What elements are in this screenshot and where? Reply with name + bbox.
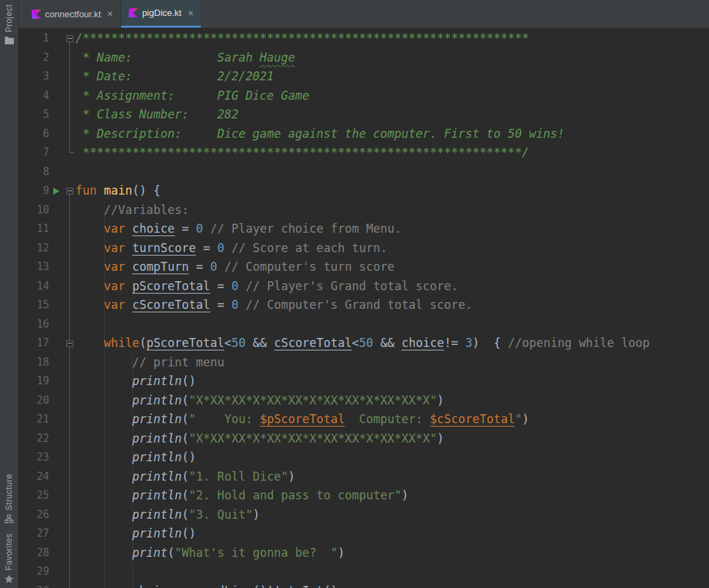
code-token xyxy=(75,355,132,369)
code-token: 0 xyxy=(210,260,217,274)
code-line[interactable]: 9fun main() { xyxy=(19,181,709,201)
editor[interactable]: 1/**************************************… xyxy=(19,28,709,588)
fold-end-icon[interactable] xyxy=(69,143,74,153)
stripe-button-structure[interactable]: Structure xyxy=(4,474,14,524)
code-line[interactable]: 8 xyxy=(19,163,709,182)
fold-slot xyxy=(64,467,75,487)
code-line[interactable]: 12 var turnScore = 0 // Score at each tu… xyxy=(19,239,709,258)
code-line[interactable]: 16 xyxy=(19,315,709,335)
code-line[interactable]: 27 println() xyxy=(19,524,709,544)
code-line[interactable]: 25 println("2. Hold and pass to computer… xyxy=(19,486,709,506)
stripe-button-favorites[interactable]: Favorites xyxy=(4,533,14,584)
code-line[interactable]: 1/**************************************… xyxy=(19,29,709,48)
code-token xyxy=(75,374,132,388)
code-token: while xyxy=(104,336,139,350)
tab-label: connectfour.kt xyxy=(45,9,101,19)
run-icon[interactable] xyxy=(53,188,60,195)
code-line[interactable]: 4 * Assignment: PIG Dice Game xyxy=(19,87,709,106)
fold-icon[interactable] xyxy=(66,340,73,347)
code-line[interactable]: 20 println("X*XX*XX*X*XX*XX*X*XX*XX*X*XX… xyxy=(19,391,709,411)
fold-slot xyxy=(64,125,75,144)
code-token: * Assignment: PIG Dice Game xyxy=(75,89,309,103)
code-line[interactable]: 29 xyxy=(19,562,709,582)
code-token: 50 xyxy=(231,336,245,350)
gutter-icon-slot xyxy=(49,582,64,588)
project-stripe-label: Project xyxy=(4,4,14,33)
gutter-icon-slot xyxy=(49,239,64,258)
code-text: // print menu xyxy=(75,353,224,373)
code-line[interactable]: 19 println() xyxy=(19,372,709,391)
code-token: print xyxy=(132,546,168,560)
code-token: () xyxy=(182,526,196,540)
code-line[interactable]: 24 println("1. Roll Dice") xyxy=(19,467,709,487)
code-line[interactable]: 2 * Name: Sarah Hauge xyxy=(19,48,709,68)
line-number: 16 xyxy=(19,315,49,335)
code-token: = xyxy=(174,222,196,235)
gutter-icon-slot xyxy=(49,105,64,125)
code-line[interactable]: 11 var choice = 0 // Player choice from … xyxy=(19,220,709,239)
code-token: ( xyxy=(182,470,189,483)
stripe-button-project[interactable]: Project xyxy=(4,4,15,45)
gutter-icon-slot xyxy=(49,87,64,106)
code-text: var cScoreTotal = 0 // Computer's Grand … xyxy=(75,296,472,315)
code-token: && xyxy=(246,336,274,350)
fold-slot xyxy=(64,87,75,106)
gutter-icon-slot xyxy=(49,544,64,563)
code-line[interactable]: 23 println() xyxy=(19,448,709,467)
code-token: var xyxy=(104,260,132,274)
fold-slot xyxy=(64,105,75,125)
code-line[interactable]: 6 * Description: Dice game against the c… xyxy=(19,125,709,144)
code-token xyxy=(217,260,224,274)
close-icon[interactable]: × xyxy=(188,8,193,18)
code-line[interactable]: 13 var compTurn = 0 // Computer's turn s… xyxy=(19,258,709,277)
code-token: // Score at each turn. xyxy=(231,241,387,255)
kotlin-file-icon xyxy=(32,10,41,19)
gutter-icon-slot xyxy=(49,410,64,429)
favorites-stripe-label: Favorites xyxy=(4,533,14,571)
tab-pigdice[interactable]: pigDice.kt × xyxy=(121,0,201,28)
line-number: 28 xyxy=(19,544,49,563)
code-token xyxy=(75,260,104,274)
close-icon[interactable]: × xyxy=(107,9,113,19)
line-number: 17 xyxy=(19,334,49,353)
code-line[interactable]: 28 print("What's it gonna be? ") xyxy=(19,544,709,563)
code-token: ( xyxy=(182,488,189,502)
code-token: cScoreTotal xyxy=(274,336,352,350)
code-line[interactable]: 17 while(pScoreTotal<50 && cScoreTotal<5… xyxy=(19,334,709,353)
code-line[interactable]: 14 var pScoreTotal = 0 // Player's Grand… xyxy=(19,277,709,296)
code-line[interactable]: 30 choice = readLine()!!.toInt() xyxy=(19,582,709,588)
gutter-icon-slot xyxy=(49,448,64,467)
code-line[interactable]: 3 * Date: 2/2/2021 xyxy=(19,67,709,87)
code-token: != xyxy=(444,336,465,350)
code-token: // Player's Grand total score. xyxy=(246,279,458,293)
code-token: println xyxy=(132,470,182,483)
code-line[interactable]: 22 println("X*XX*XX*X*XX*XX*X*XX*XX*X*XX… xyxy=(19,429,709,449)
fold-slot xyxy=(64,277,75,296)
code-token: ) xyxy=(437,431,444,445)
code-line[interactable]: 7 **************************************… xyxy=(19,143,709,163)
code-line[interactable]: 21 println(" You: $pScoreTotal Computer:… xyxy=(19,410,709,429)
code-line[interactable]: 15 var cScoreTotal = 0 // Computer's Gra… xyxy=(19,296,709,315)
code-token: choice xyxy=(402,336,444,350)
fold-icon[interactable] xyxy=(66,188,73,195)
folder-icon xyxy=(4,36,15,45)
code-token: Computer: xyxy=(345,412,430,426)
code-token: && xyxy=(373,336,402,350)
code-token: pScoreTotal xyxy=(132,279,210,293)
gutter-icon-slot xyxy=(49,315,64,335)
fold-icon[interactable] xyxy=(66,35,73,42)
fold-slot xyxy=(64,315,75,335)
code-line[interactable]: 26 println("3. Quit") xyxy=(19,506,709,525)
tab-connectfour[interactable]: connectfour.kt × xyxy=(24,0,121,28)
code-token: turnScore xyxy=(132,241,196,255)
code-line[interactable]: 5 * Class Number: 282 xyxy=(19,105,709,125)
code-text: /***************************************… xyxy=(75,29,529,48)
code-text: println() xyxy=(75,524,196,544)
gutter-icon-slot xyxy=(49,562,64,582)
code-text: println() xyxy=(75,448,196,467)
code-line[interactable]: 10 //Variables: xyxy=(19,201,709,220)
fold-slot xyxy=(64,296,75,315)
code-line[interactable]: 18 // print menu xyxy=(19,353,709,373)
code-text: ****************************************… xyxy=(75,143,529,163)
code-token: cScoreTotal xyxy=(132,298,210,312)
